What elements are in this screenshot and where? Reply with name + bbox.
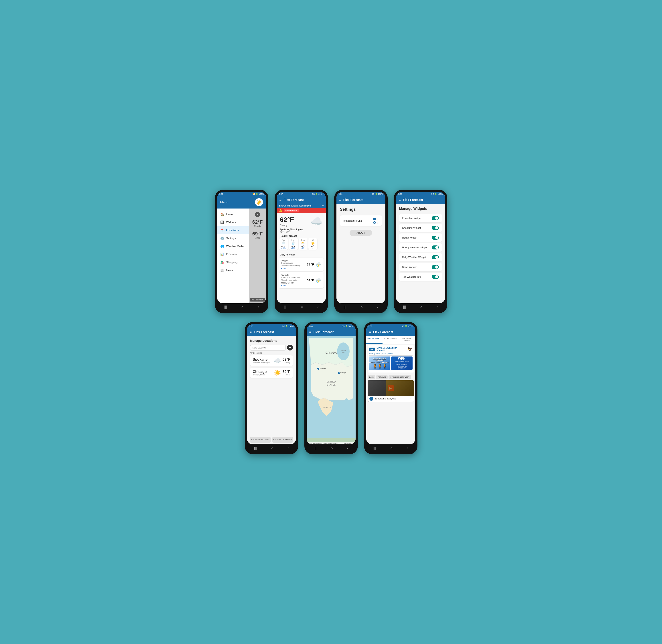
menu-item-home[interactable]: 🏠 Home [217,210,249,218]
nav-recents[interactable]: ||| [254,446,257,450]
nav-back[interactable]: ‹ [258,305,259,309]
nav-winter[interactable]: Winter [369,353,373,354]
nav-back[interactable]: ‹ [437,305,438,309]
nav-back[interactable]: ‹ [347,446,348,450]
settings-icon: ⚙️ [220,236,224,240]
nav-wrn[interactable]: WRN [382,353,386,354]
status-bar-4: 9:36 5G 🔋 100% [396,192,445,196]
location-card-chicago[interactable]: Chicago Chicago, Illinois ☀️ 69°F Clear [250,368,293,378]
forecast-content: 62°F Cloudy ☁️ Spokane, Washington 79°F … [277,213,326,303]
hamburger-icon-s[interactable]: ≡ [339,198,341,202]
news-header: ≡ Flex Forecast [366,328,415,336]
add-location-circle-btn[interactable]: + [287,345,293,350]
hourly-item-0: 7 am 🌧️ 63 °F ● 63% [279,238,288,250]
delete-location-btn[interactable]: DELETE LOCATION [250,437,271,443]
nws-nav: Winter | Floods | WRN | Safety [369,353,413,355]
nav-bar-4: ||| ○ ‹ [396,303,445,311]
nav-recents[interactable]: ||| [344,305,346,309]
nws-logo: NWS [369,348,375,351]
toggle-shopping[interactable] [432,226,439,230]
nav-home[interactable]: ○ [420,305,423,309]
svg-point-8 [317,368,319,370]
location-bar[interactable]: Spokane (Spokane, Washington) ▾ [277,204,326,208]
radio-f[interactable]: F [373,217,379,220]
toggle-hourly[interactable] [432,246,439,250]
menu-item-news[interactable]: 📰 News [217,267,249,274]
menu-item-weather-radar[interactable]: 🌐 Weather Radar [217,242,249,250]
location-card-spokane[interactable]: Spokane Spokane, Washington ☁️ 62°F Clou… [250,355,293,366]
menu-item-education[interactable]: 📊 Education [217,250,249,258]
nav-recents[interactable]: ||| [403,305,406,309]
app-logo: ☀️ [255,198,263,206]
nws-wrn-img: WRN Weather-Ready Nation Winter Resource… [391,356,413,370]
tab-flood-safety[interactable]: FLOOD SAFETY [383,336,399,344]
menu-item-shopping[interactable]: 🛍️ Shopping [217,258,249,267]
about-button[interactable]: ABOUT [349,230,372,236]
phone-widgets: 9:36 5G 🔋 100% ≡ Flex Forecast Manage Wi… [394,190,447,313]
hourly-row: 7 am 🌧️ 63 °F ● 63% 8 am 🌧️ 64 °F ● 57% … [277,238,326,252]
map-attribution: NASA Wallops Flight Facility, City of Gr… [306,442,356,444]
phone-map: 9:36 5G 🔋 100% ≡ Flex Forecast CANADA Hu… [304,322,358,454]
nws-cold-img: NATIONAL COLD WEATHER CHILLY COLD EXTREM… [369,356,390,370]
video-more-icon[interactable]: ⋮ [409,397,412,400]
row-top: 9:30 📶 🔋 100% Menu ☀️ 🏠 Home 🔲 Widgets [215,190,447,313]
nav-home[interactable]: ○ [361,305,363,309]
toggle-education[interactable] [432,216,439,220]
nav-home[interactable]: ○ [241,305,244,309]
radio-c[interactable]: C [373,221,379,224]
nav-recents[interactable]: ||| [284,305,287,309]
widget-education: Education Widget [399,214,442,222]
menu-list: 🏠 Home 🔲 Widgets 📍 Locations ⚙️ Settings [217,208,249,303]
toggle-top-weather[interactable] [432,275,439,279]
nav-floods[interactable]: Floods [375,353,380,354]
rename-location-btn[interactable]: RENAME LOCATION [272,437,293,443]
menu-overlay: + 62°F Cloudy 69°F Clear ME LOCATION [249,208,266,303]
map-screen: CANADA Hudson Bay UNITED STATES MEXICO S… [306,336,356,444]
browser-buttons: BACK FORWARD OPEN LINK IN BROWSER [366,374,415,380]
new-location-input[interactable] [250,345,286,350]
nws-eagle-icon: 🦅 [408,347,413,352]
nav-back[interactable]: ‹ [377,305,378,309]
me-location-btn[interactable]: ME LOCATION [250,298,265,301]
status-bar-2: 9:37 5G 🔋 100% [277,192,326,196]
nav-home[interactable]: ○ [301,305,303,309]
menu-header: Menu ☀️ [217,196,266,208]
forward-button[interactable]: FORWARD [376,375,388,379]
toggle-radar[interactable] [432,236,439,240]
nav-home[interactable]: ○ [331,446,333,450]
menu-item-widgets[interactable]: 🔲 Widgets [217,218,249,226]
nav-bar-3: ||| ○ ‹ [337,303,385,311]
hamburger-icon-m[interactable]: ≡ [309,330,311,334]
nav-back[interactable]: ‹ [317,305,318,309]
add-location-btn[interactable]: + [255,212,260,217]
menu-item-locations[interactable]: 📍 Locations [217,226,249,234]
row-bottom: 9:30 5G 🔋 100% ≡ Flex Forecast Manage Lo… [245,322,417,454]
radar-icon: 🌐 [220,245,224,248]
nav-home[interactable]: ○ [271,446,273,450]
toggle-daily[interactable] [432,255,439,259]
hamburger-icon-w[interactable]: ≡ [399,198,401,202]
widget-shopping: Shopping Widget [399,224,442,232]
widget-radar: Radar Widget [399,233,442,242]
menu-item-settings[interactable]: ⚙️ Settings [217,234,249,242]
hamburger-icon-n[interactable]: ≡ [369,330,371,334]
nav-recents[interactable]: ||| [373,446,376,450]
nav-recents[interactable]: ||| [314,446,316,450]
status-bar-6: 9:36 5G 🔋 100% [306,324,356,328]
tab-winter-safety[interactable]: WINTER SAFETY [366,336,383,344]
current-weather: 62°F Cloudy ☁️ [277,213,326,228]
map-header: ≡ Flex Forecast [306,328,356,336]
nav-back[interactable]: ‹ [288,446,289,450]
tab-wildfire-safety[interactable]: WILD FIRE SAFETY [399,336,415,344]
nav-back[interactable]: ‹ [407,446,408,450]
video-card[interactable]: ▶ + Cold Weather Safety Tips ⋮ [368,380,414,402]
back-button[interactable]: BACK [368,375,375,379]
hamburger-icon-l[interactable]: ≡ [250,330,252,334]
nav-recents[interactable]: ||| [224,305,227,309]
settings-content: Settings Temperature Unit F C [337,204,385,303]
toggle-news[interactable] [432,265,439,269]
open-link-button[interactable]: OPEN LINK IN BROWSER [389,375,411,379]
hamburger-icon[interactable]: ≡ [279,198,281,202]
nav-home[interactable]: ○ [390,446,392,450]
nav-safety[interactable]: Safety [388,353,393,354]
